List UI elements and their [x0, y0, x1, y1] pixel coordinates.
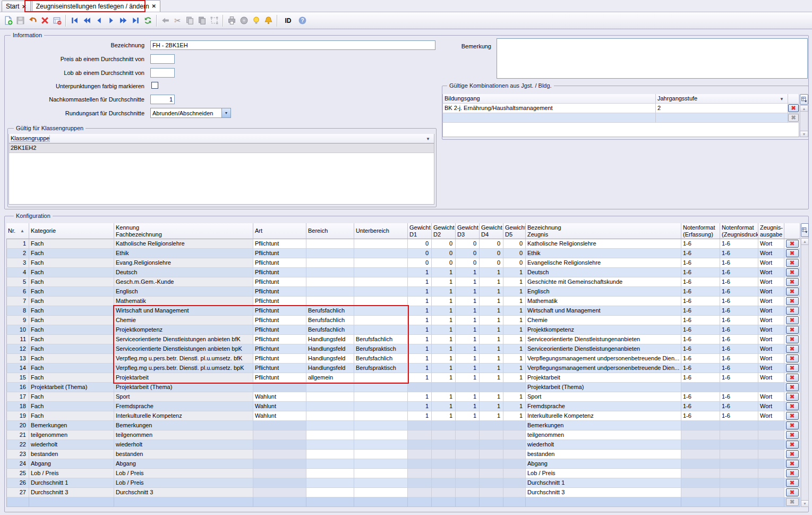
cell-notenformat-zeugnisdruck[interactable]: 1-6 [720, 335, 758, 344]
cell-notenformat-erfassung[interactable]: 1-6 [681, 277, 720, 287]
cell-notenformat-erfassung[interactable]: 1-6 [681, 411, 720, 421]
cell-gewicht-d3[interactable] [456, 459, 480, 469]
table-row[interactable]: 1 Fach Katholische Religionslehre Pflich… [6, 239, 800, 249]
cell-bereich[interactable] [306, 258, 354, 268]
column-header[interactable]: KennungFachbezeichnung [114, 223, 253, 239]
cell-unterbereich[interactable]: Berufsfachlich [354, 335, 408, 344]
cell-gewicht-d5[interactable]: 0 [503, 249, 526, 258]
cell-zeugnisausgabe[interactable] [758, 430, 784, 440]
cell-gewicht-d2[interactable] [432, 430, 456, 440]
cell-notenformat-erfassung[interactable]: 1-6 [681, 316, 720, 325]
cell-kennung[interactable]: Serviceorientierte Dienstleistungen anbi… [114, 335, 253, 344]
cell-notenformat-zeugnisdruck[interactable] [720, 450, 758, 459]
cell-art[interactable] [253, 469, 306, 478]
cell-bezeichnung-zeugnis[interactable]: Mathematik [526, 297, 681, 306]
cell-gewicht-d3[interactable]: 1 [456, 277, 480, 287]
bemerkung-textarea[interactable] [497, 38, 808, 79]
cell-zeugnisausgabe[interactable] [758, 478, 784, 488]
cell-gewicht-d3[interactable] [456, 430, 480, 440]
cell-gewicht-d3[interactable]: 0 [456, 239, 480, 249]
cell-unterbereich[interactable] [354, 478, 408, 488]
cell-kategorie[interactable]: Lob / Preis [29, 469, 114, 478]
cell-kennung[interactable]: bestanden [114, 450, 253, 459]
cell-gewicht-d5[interactable]: 1 [503, 354, 526, 364]
cell-notenformat-zeugnisdruck[interactable]: 1-6 [720, 297, 758, 306]
cell-unterbereich[interactable] [354, 469, 408, 478]
cell-unterbereich[interactable] [354, 392, 408, 402]
cell-gewicht-d3[interactable]: 1 [456, 411, 480, 421]
cell-gewicht-d2[interactable]: 0 [432, 239, 456, 249]
cell-gewicht-d5[interactable]: 0 [503, 258, 526, 268]
cell-kennung[interactable]: Serviceorientierte Dienstleistungen anbi… [114, 344, 253, 354]
cell-unterbereich[interactable] [354, 459, 408, 469]
cell-gewicht-d3[interactable]: 1 [456, 354, 480, 364]
cell-gewicht-d4[interactable]: 1 [480, 354, 503, 364]
first-record-icon[interactable] [69, 15, 80, 26]
cell-bezeichnung-zeugnis[interactable]: Projektarbeit (Thema) [526, 383, 681, 392]
cell-bezeichnung-zeugnis[interactable]: Fremdsprache [526, 402, 681, 411]
column-header[interactable]: Kategorie [29, 223, 114, 239]
cell-zeugnisausgabe[interactable]: Wort [758, 249, 784, 258]
cell-bereich[interactable]: Handlungsfeld [306, 364, 354, 373]
cell-notenformat-erfassung[interactable]: 1-6 [681, 392, 720, 402]
cell-notenformat-zeugnisdruck[interactable]: 1-6 [720, 249, 758, 258]
cell-gewicht-d1[interactable] [408, 421, 432, 430]
cell-art[interactable]: Pflichtunt [253, 354, 306, 364]
table-row[interactable]: 19 Fach Interkulturelle Kompetenz Wahlun… [6, 411, 800, 421]
table-row[interactable]: 15 Fach Projektarbeit Pflichtunt allgeme… [6, 373, 800, 383]
cell-notenformat-erfassung[interactable] [681, 440, 720, 450]
table-row[interactable]: 23 bestanden bestanden bestanden ✖ [6, 450, 800, 459]
cell-kennung[interactable]: Wirtschaft und Management [114, 306, 253, 316]
table-row[interactable]: 14 Fach Verpfleg.mg u.pers.betr. Dienstl… [6, 364, 800, 373]
cell-bereich[interactable] [306, 402, 354, 411]
cell-art[interactable]: Pflichtunt [253, 325, 306, 335]
cell-bereich[interactable]: Handlungsfeld [306, 344, 354, 354]
close-icon[interactable]: ✕ [152, 3, 156, 9]
cell-kategorie[interactable]: Fach [29, 258, 114, 268]
cell-gewicht-d3[interactable]: 1 [456, 297, 480, 306]
cell-notenformat-zeugnisdruck[interactable] [720, 469, 758, 478]
cell-zeugnisausgabe[interactable]: Wort [758, 306, 784, 316]
cell-gewicht-d4[interactable]: 1 [480, 364, 503, 373]
delete-row-button[interactable]: ✖ [786, 354, 799, 362]
cell-notenformat-zeugnisdruck[interactable]: 1-6 [720, 392, 758, 402]
cell-gewicht-d3[interactable]: 1 [456, 392, 480, 402]
cell-art[interactable] [253, 478, 306, 488]
column-header[interactable]: Notenformat(Erfassung) [681, 223, 720, 239]
cell-bezeichnung-zeugnis[interactable]: Projektkompetenz [526, 325, 681, 335]
cell-art[interactable] [253, 430, 306, 440]
cell-gewicht-d4[interactable] [480, 450, 503, 459]
delete-row-button[interactable]: ✖ [786, 326, 799, 334]
cell-gewicht-d3[interactable] [456, 440, 480, 450]
cell-notenformat-zeugnisdruck[interactable]: 1-6 [720, 354, 758, 364]
field-chooser-button[interactable] [800, 94, 808, 105]
new-record-icon[interactable] [3, 15, 14, 26]
lob-input[interactable] [150, 68, 175, 78]
cell-gewicht-d1[interactable]: 0 [408, 258, 432, 268]
scroll-down-icon[interactable]: ▼ [800, 131, 808, 137]
cell-bereich[interactable] [306, 268, 354, 277]
delete-row-button[interactable]: ✖ [786, 441, 799, 449]
cell-kennung[interactable]: Verpfleg.mg u.pers.betr. Dienstl. pl.u.u… [114, 364, 253, 373]
close-icon[interactable]: ✕ [22, 4, 26, 10]
cell-notenformat-erfassung[interactable]: 1-6 [681, 258, 720, 268]
cell-gewicht-d1[interactable]: 1 [408, 373, 432, 383]
cell-kategorie[interactable]: Fach [29, 364, 114, 373]
cell-kennung[interactable]: Gesch.m.Gem.-Kunde [114, 277, 253, 287]
cell-bereich[interactable] [306, 297, 354, 306]
cell-notenformat-erfassung[interactable] [681, 383, 720, 392]
cell-kategorie[interactable]: Projektarbeit (Thema) [29, 383, 114, 392]
cell-art[interactable] [253, 450, 306, 459]
column-header[interactable]: GewichtD1 [408, 223, 432, 239]
delete-row-button[interactable]: ✖ [786, 479, 799, 487]
cell-bereich[interactable]: Handlungsfeld [306, 335, 354, 344]
cell-bezeichnung-zeugnis[interactable]: Sport [526, 392, 681, 402]
cell-gewicht-d2[interactable]: 1 [432, 392, 456, 402]
cell-gewicht-d3[interactable]: 1 [456, 268, 480, 277]
cell-notenformat-zeugnisdruck[interactable]: 1-6 [720, 306, 758, 316]
cell-gewicht-d4[interactable] [480, 459, 503, 469]
cell-notenformat-zeugnisdruck[interactable]: 1-6 [720, 411, 758, 421]
cell-gewicht-d3[interactable] [456, 478, 480, 488]
cell-gewicht-d2[interactable]: 1 [432, 411, 456, 421]
fast-next-icon[interactable] [118, 15, 129, 26]
